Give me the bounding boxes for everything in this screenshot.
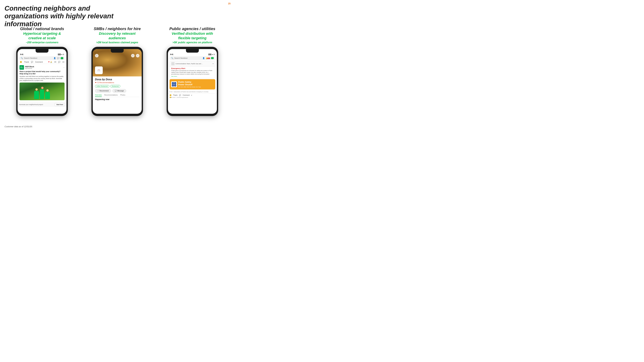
p3-search-bar[interactable]: 🔍 Search Nextdoor 👤 🔔 23 ✏ <box>170 56 215 60</box>
p3-notif-badge: 23 <box>208 58 210 59</box>
col-public-title: Public agencies / utilities <box>169 26 215 31</box>
p3-actions-bar: 😊 Thank 💬 Comment ▾ <box>168 93 217 97</box>
phone-notch-1 <box>36 49 48 53</box>
person-head-1 <box>36 88 38 91</box>
p2-tab-recommendations[interactable]: Recommendations <box>104 94 118 97</box>
p1-search-bar[interactable]: 🔍 Search Nextdoor 👤 💬 ✏ <box>19 56 65 60</box>
p2-tab-photos[interactable]: Photos <box>120 94 125 97</box>
p1-signal-icons: ▐▐▐ ▲ ◻ <box>58 53 64 55</box>
p2-tabs-container: Overview Recommendations Photos <box>95 94 140 97</box>
phone-screen-1: 9:41 ▐▐▐ ▲ ◻ 🔍 Search Nextdoor 👤 💬 ✏ <box>18 49 66 114</box>
p1-post-header: H&RBLOCK H&R Block Sponsored ··· <box>20 65 64 70</box>
p1-smiley-icon: 😊 <box>20 61 22 63</box>
columns-container: Global / national brands Hyperlocal targ… <box>0 26 234 114</box>
p1-people-icon[interactable]: 👤 <box>54 57 56 59</box>
p3-reactions-count: 1010 <box>172 97 176 98</box>
p3-pge-content: Public SafetyPower Shutoff Alert Alerta … <box>178 81 201 88</box>
person-head-3 <box>46 89 48 91</box>
p1-compose-icon[interactable]: ✏ <box>61 57 63 59</box>
pge-logo-svg <box>172 82 176 87</box>
p3-impressions-text: · 121978 Impressions <box>176 97 188 98</box>
p2-back-icon[interactable]: ‹ <box>95 54 98 57</box>
person-head-2 <box>41 87 44 89</box>
p3-comm-team: Communications Team, Pacific Gas and ... <box>176 63 203 64</box>
p3-emoji-reactions: 😊❤ <box>170 97 172 98</box>
search-icon: 🔍 <box>21 57 23 59</box>
p3-compose-icon[interactable]: ✏ <box>211 57 214 59</box>
phone-notch-3 <box>186 49 199 53</box>
p2-message-button[interactable]: 💬 Message <box>112 89 126 92</box>
phone-frame-3: 9:41 ▐▐▐ ▲ ◻ 🔍 Search Nextdoor 👤 🔔 23 <box>167 47 218 116</box>
col-smbs-title: SMBs / neighbors for hire <box>94 26 141 31</box>
phone-screen-2: ‹ ↑ ··· dosaby dosa Dosa b <box>93 49 142 114</box>
p2-share-icon[interactable]: ↑ <box>131 54 134 57</box>
p2-recs-label: Recommendations <box>99 82 114 83</box>
p1-post-body: Nextdoor and H&R Block are working toget… <box>20 75 64 82</box>
p2-more-icon[interactable]: ··· <box>136 54 140 57</box>
p3-dropdown-icon[interactable]: ▾ <box>213 63 214 64</box>
p1-cta-text: Nominate your neighborhood project! <box>19 104 43 105</box>
col-global-subtitle2: creative at scale <box>28 36 56 40</box>
p3-people-icon[interactable]: 👤 <box>202 57 205 59</box>
p1-comment-count: 14 <box>62 61 64 63</box>
p2-message-label: Message <box>117 90 124 92</box>
p2-tag-indian[interactable]: Indian Restaurant <box>95 85 109 87</box>
svg-rect-7 <box>172 85 173 86</box>
col-smbs-stat: >2M local business claimed pages <box>96 41 138 44</box>
p2-business-content: Dosa by Dosa ❤ 72 Recommendations Indian… <box>93 76 142 102</box>
p2-tab-overview[interactable]: Overview <box>95 94 102 97</box>
p2-tags-container: Indian Restaurant Restaurant <box>95 85 140 87</box>
p1-time: 9:41 <box>20 53 23 55</box>
phone-frame-1: 9:41 ▐▐▐ ▲ ◻ 🔍 Search Nextdoor 👤 💬 ✏ <box>16 47 68 116</box>
p3-pge-title: Public SafetyPower Shutoff <box>178 81 201 86</box>
p3-signal-icons: ▐▐▐ ▲ ◻ <box>208 53 214 55</box>
p3-impressions: 😊❤ 1010 · 121978 Impressions <box>168 97 217 99</box>
p1-reaction-count: 34 <box>54 61 56 63</box>
p1-comment-icon: 💬 <box>31 61 33 63</box>
p1-chat-icon[interactable]: 💬 <box>57 57 60 59</box>
p1-start-here-button[interactable]: Start here <box>54 103 65 106</box>
p2-recommend-button[interactable]: ♡ Recommend <box>95 89 111 92</box>
p1-post: H&RBLOCK H&R Block Sponsored ··· Have a … <box>18 64 66 101</box>
p3-time: 9:41 <box>170 53 174 55</box>
p2-recommendations: ❤ 72 Recommendations <box>95 82 140 84</box>
page-number: 25 <box>228 2 230 5</box>
p2-business-name: Dosa by Dosa <box>95 78 140 81</box>
col-public-subtitle2: flexible targeting <box>178 36 206 40</box>
p1-comment-label[interactable]: Comment <box>35 61 43 63</box>
p3-search-icon: 🔍 <box>171 57 174 59</box>
p1-post-image <box>20 82 64 100</box>
p3-smiley-icon: 😊 <box>170 94 172 96</box>
p2-tag-restaurant[interactable]: Restaurant <box>110 85 120 87</box>
p3-dropdown-comment-icon[interactable]: ▾ <box>191 94 192 96</box>
p1-comment-count-icon: 💬 <box>58 61 60 63</box>
p2-dosa-logo: dosaby dosa <box>95 66 103 74</box>
p3-comment-icon: 💬 <box>179 94 181 96</box>
p1-thank-label[interactable]: Thank <box>24 61 29 63</box>
p3-avatar <box>171 62 174 65</box>
phone-public: 9:41 ▐▐▐ ▲ ◻ 🔍 Search Nextdoor 👤 🔔 23 <box>167 47 218 114</box>
customer-data-note: Customer data as of 12/31/20. <box>4 125 33 128</box>
phone-screen-3: 9:41 ▐▐▐ ▲ ◻ 🔍 Search Nextdoor 👤 🔔 23 <box>168 49 217 114</box>
p2-action-buttons: ♡ Recommend 💬 Message <box>95 89 140 92</box>
p3-alert-card: Communications Team, Pacific Gas and ...… <box>170 61 215 78</box>
col-global-stat: ~200 enterprise customers <box>26 41 58 44</box>
p3-footer-text: 8 Oct · Subscribers of Pacific Gas and E… <box>168 90 217 93</box>
p1-more-icon[interactable]: ··· <box>63 66 64 68</box>
p2-recommend-label: Recommend <box>100 90 109 92</box>
p3-comment-label[interactable]: Comment <box>182 94 190 96</box>
svg-rect-5 <box>172 83 173 83</box>
phone-global: 9:41 ▐▐▐ ▲ ◻ 🔍 Search Nextdoor 👤 💬 ✏ <box>16 47 68 114</box>
p1-brand-info: H&R Block Sponsored <box>25 66 34 69</box>
phone-frame-2: ‹ ↑ ··· dosaby dosa Dosa b <box>92 47 143 116</box>
p1-sponsored-label: Sponsored <box>25 67 34 69</box>
p2-food-image: ‹ ↑ ··· dosaby dosa <box>93 49 142 76</box>
p3-thank-label[interactable]: Thank <box>173 94 178 96</box>
col-global-subtitle1: Hyperlocal targeting & <box>23 31 61 36</box>
p1-cta-bar: Nominate your neighborhood project! Star… <box>18 102 66 107</box>
svg-rect-8 <box>175 85 176 86</box>
p1-reactions: ❤ 🙏 <box>48 61 52 63</box>
people-illustration <box>20 82 64 100</box>
p3-see-more[interactable]: See more... <box>170 76 215 78</box>
p1-brand-logo: H&RBLOCK <box>20 65 24 70</box>
